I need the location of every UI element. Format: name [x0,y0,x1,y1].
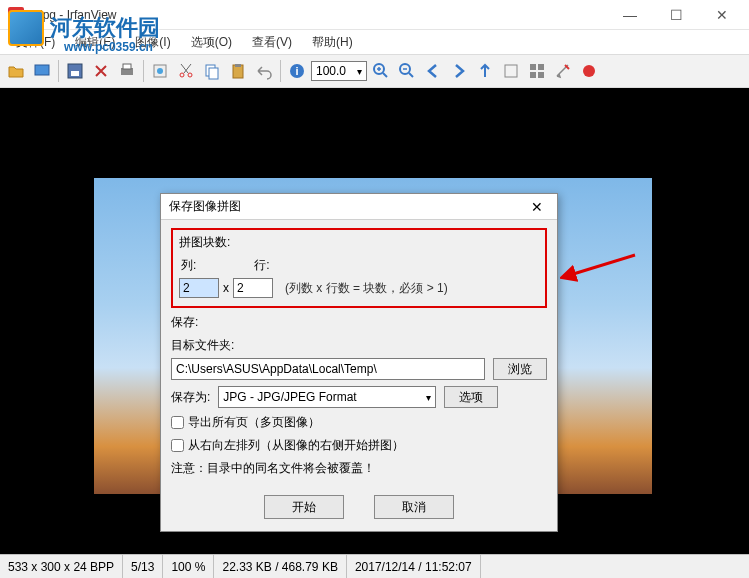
toolbar: i 100.0▾ [0,54,749,88]
cancel-button[interactable]: 取消 [374,495,454,519]
svg-rect-20 [530,72,536,78]
overwrite-warning: 注意：目录中的同名文件将会被覆盖！ [171,460,547,477]
svg-point-7 [180,73,184,77]
window-title: 3.jpg - IrfanView [30,8,615,22]
settings-icon[interactable] [551,59,575,83]
prev-icon[interactable] [421,59,445,83]
rtl-checkbox[interactable] [171,439,184,452]
tiles-hint: (列数 x 行数 = 块数，必须 > 1) [285,280,448,297]
svg-rect-2 [71,71,79,76]
menu-options[interactable]: 选项(O) [181,32,242,53]
svg-rect-0 [35,65,49,75]
svg-point-22 [583,65,595,77]
menu-help[interactable]: 帮助(H) [302,32,363,53]
save-group-label: 保存: [171,314,547,331]
format-select[interactable]: JPG - JPG/JPEG Format ▾ [218,386,436,408]
zoom-value: 100.0 [316,64,346,78]
tiles-group-label: 拼图块数: [179,234,539,251]
status-bar: 533 x 300 x 24 BPP 5/13 100 % 22.33 KB /… [0,554,749,578]
copy-icon[interactable] [200,59,224,83]
next-dir-icon[interactable] [499,59,523,83]
dialog-title: 保存图像拼图 [169,198,525,215]
start-button[interactable]: 开始 [264,495,344,519]
rows-label: 行: [254,257,269,274]
menu-bar: 文件(F) 编辑(E) 图像(I) 选项(O) 查看(V) 帮助(H) [0,30,749,54]
zoom-in-icon[interactable] [369,59,393,83]
svg-rect-4 [123,64,131,69]
zoom-out-icon[interactable] [395,59,419,83]
status-page: 5/13 [123,555,163,578]
menu-edit[interactable]: 编辑(E) [65,32,125,53]
chevron-down-icon: ▾ [357,66,362,77]
menu-image[interactable]: 图像(I) [125,32,180,53]
open-icon[interactable] [4,59,28,83]
delete-icon[interactable] [89,59,113,83]
svg-rect-12 [235,64,241,67]
svg-rect-18 [530,64,536,70]
cols-input[interactable] [179,278,219,298]
scan-icon[interactable] [148,59,172,83]
svg-rect-21 [538,72,544,78]
dialog-titlebar: 保存图像拼图 ✕ [161,194,557,220]
svg-rect-17 [505,65,517,77]
export-all-label: 导出所有页（多页图像） [188,414,320,431]
zoom-combo[interactable]: 100.0▾ [311,61,367,81]
menu-file[interactable]: 文件(F) [6,32,65,53]
svg-rect-10 [209,68,218,79]
window-controls: — ☐ ✕ [615,4,737,26]
cols-label: 列: [181,257,196,274]
export-all-checkbox[interactable] [171,416,184,429]
save-icon[interactable] [63,59,87,83]
target-folder-input[interactable] [171,358,485,380]
status-zoom: 100 % [163,555,214,578]
maximize-button[interactable]: ☐ [661,4,691,26]
close-button[interactable]: ✕ [707,4,737,26]
tiles-highlight: 拼图块数: 列: 行: x (列数 x 行数 = 块数，必须 > 1) [171,228,547,308]
thumbnails-icon[interactable] [525,59,549,83]
next-icon[interactable] [447,59,471,83]
mascot-icon[interactable] [577,59,601,83]
app-icon [8,7,24,23]
options-button[interactable]: 选项 [444,386,498,408]
status-size: 22.33 KB / 468.79 KB [214,555,346,578]
minimize-button[interactable]: — [615,4,645,26]
rtl-label: 从右向左排列（从图像的右侧开始拼图） [188,437,404,454]
prev-dir-icon[interactable] [473,59,497,83]
paste-icon[interactable] [226,59,250,83]
dialog-close-button[interactable]: ✕ [525,197,549,217]
undo-icon[interactable] [252,59,276,83]
chevron-down-icon: ▾ [426,392,431,403]
target-folder-label: 目标文件夹: [171,337,547,354]
title-bar: 3.jpg - IrfanView — ☐ ✕ [0,0,749,30]
format-value: JPG - JPG/JPEG Format [223,390,356,404]
svg-point-8 [188,73,192,77]
cut-icon[interactable] [174,59,198,83]
rows-input[interactable] [233,278,273,298]
info-icon[interactable]: i [285,59,309,83]
slideshow-icon[interactable] [30,59,54,83]
save-tiles-dialog: 保存图像拼图 ✕ 拼图块数: 列: 行: x (列数 x 行数 = 块数，必须 … [160,193,558,532]
menu-view[interactable]: 查看(V) [242,32,302,53]
browse-button[interactable]: 浏览 [493,358,547,380]
svg-rect-19 [538,64,544,70]
x-separator: x [223,281,229,295]
svg-point-6 [157,68,163,74]
print-icon[interactable] [115,59,139,83]
status-date: 2017/12/14 / 11:52:07 [347,555,481,578]
svg-text:i: i [295,65,298,77]
save-as-label: 保存为: [171,389,210,406]
status-dimensions: 533 x 300 x 24 BPP [0,555,123,578]
